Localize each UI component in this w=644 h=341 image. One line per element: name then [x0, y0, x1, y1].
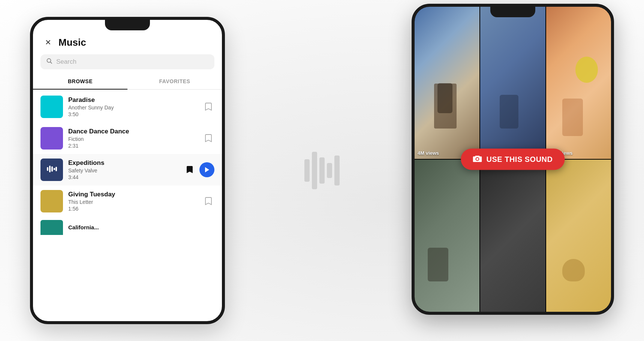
- track-thumbnail: [40, 127, 63, 150]
- track-duration: 3:44: [68, 174, 178, 180]
- track-duration: 2:31: [68, 143, 197, 149]
- svg-rect-6: [55, 167, 57, 171]
- list-item[interactable]: Dance Dance Dance Fiction 2:31: [33, 123, 222, 154]
- list-item[interactable]: Giving Tuesday This Letter 1:56: [33, 185, 222, 217]
- track-name: Paradise: [68, 96, 197, 104]
- use-sound-label: USE THIS SOUND: [486, 155, 553, 164]
- bookmark-button[interactable]: [202, 132, 214, 144]
- track-actions: [202, 101, 214, 113]
- bookmark-button[interactable]: [202, 101, 214, 113]
- close-button[interactable]: ✕: [42, 36, 54, 48]
- search-icon: [46, 58, 52, 66]
- list-item[interactable]: Expeditions Safety Valve 3:44: [33, 154, 222, 185]
- wave-bar: [304, 159, 310, 182]
- waveform-icon: [46, 165, 57, 175]
- svg-rect-5: [54, 168, 55, 170]
- page-title: Music: [58, 37, 86, 48]
- wave-bar: [327, 163, 332, 178]
- track-info: Giving Tuesday This Letter 1:56: [68, 191, 197, 212]
- track-actions: [202, 132, 214, 144]
- track-artist: This Letter: [68, 199, 197, 205]
- tab-browse[interactable]: BROWSE: [33, 74, 127, 90]
- wave-bar: [312, 152, 317, 189]
- track-thumbnail: [40, 96, 63, 118]
- video-cell: 44K views: [480, 7, 545, 159]
- bookmark-button[interactable]: [202, 195, 214, 207]
- video-cell: 42K views: [546, 7, 611, 159]
- track-artist: Safety Valve: [68, 168, 178, 173]
- svg-rect-3: [49, 166, 51, 172]
- wave-bar: [319, 157, 325, 184]
- right-phone: 4M views 44K views 42K views: [412, 4, 614, 315]
- track-info: Expeditions Safety Valve 3:44: [68, 159, 178, 180]
- phone-notch: [105, 20, 150, 30]
- video-cell: [480, 160, 545, 312]
- list-item[interactable]: Paradise Another Sunny Day 3:50: [33, 91, 222, 123]
- video-cell: [415, 160, 479, 312]
- views-badge: 4M views: [418, 150, 439, 156]
- track-name: Dance Dance Dance: [68, 128, 197, 135]
- search-placeholder: Search: [56, 58, 76, 66]
- svg-rect-4: [51, 166, 53, 172]
- track-thumbnail: [40, 220, 63, 235]
- phone-notch: [490, 7, 535, 17]
- track-artist: Fiction: [68, 136, 197, 142]
- track-thumbnail: [40, 159, 63, 181]
- video-cell: [546, 160, 611, 312]
- track-artist: Another Sunny Day: [68, 105, 197, 111]
- bookmark-button[interactable]: [184, 164, 196, 176]
- tab-favorites[interactable]: FAVORITES: [127, 74, 222, 89]
- track-name: Giving Tuesday: [68, 191, 197, 198]
- track-info: Dance Dance Dance Fiction 2:31: [68, 128, 197, 149]
- track-name: Expeditions: [68, 159, 178, 167]
- camera-icon: [473, 155, 482, 164]
- track-actions: [202, 195, 214, 207]
- svg-rect-2: [47, 167, 48, 171]
- track-actions: [184, 162, 214, 177]
- track-name: California...: [68, 224, 214, 230]
- tabs-row: BROWSE FAVORITES: [33, 74, 222, 90]
- track-thumbnail: [40, 190, 63, 212]
- search-bar[interactable]: Search: [40, 54, 214, 69]
- track-info: Paradise Another Sunny Day 3:50: [68, 96, 197, 117]
- play-button[interactable]: [199, 162, 214, 177]
- track-info: California...: [68, 224, 214, 231]
- music-header: ✕ Music: [33, 30, 222, 51]
- track-duration: 3:50: [68, 111, 197, 117]
- svg-line-1: [51, 62, 52, 64]
- svg-marker-7: [205, 167, 209, 172]
- music-list: Paradise Another Sunny Day 3:50 Dance Da…: [33, 91, 222, 321]
- wave-bar: [334, 156, 340, 185]
- left-phone: ✕ Music Search BROWSE FAVORITES Paradise…: [30, 17, 225, 324]
- track-duration: 1:56: [68, 206, 197, 212]
- list-item[interactable]: California...: [33, 217, 222, 239]
- video-cell: 4M views: [415, 7, 479, 159]
- use-this-sound-button[interactable]: USE THIS SOUND: [461, 149, 565, 170]
- center-waveform: [304, 152, 340, 189]
